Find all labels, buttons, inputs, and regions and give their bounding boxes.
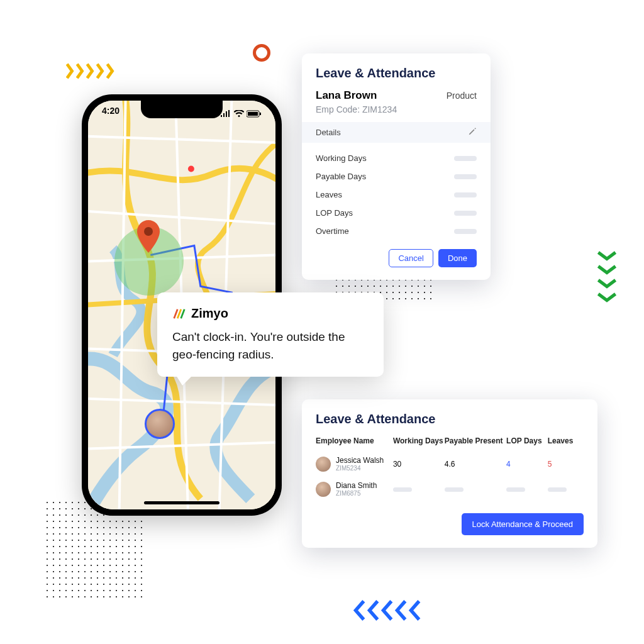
employee-code: Emp Code: ZIM1234	[316, 104, 477, 114]
deco-ring-icon	[253, 44, 270, 62]
deco-chevrons-yellow	[66, 63, 116, 79]
phone-notch	[141, 101, 223, 118]
done-button[interactable]: Done	[438, 249, 477, 267]
brand-name: Zimyo	[191, 306, 228, 321]
deco-chevrons-green	[596, 250, 618, 306]
col-working: Working Days	[393, 436, 445, 445]
leave-attendance-details-card: Leave & Attendance Lana Brown Product Em…	[302, 53, 491, 280]
value-placeholder	[506, 487, 525, 492]
svg-point-5	[144, 227, 153, 236]
table-row[interactable]: Jessica WalshZIM5234 30 4.6 4 5	[316, 452, 584, 477]
map-pin-icon	[136, 220, 161, 255]
wifi-icon	[234, 110, 244, 118]
value-placeholder	[445, 487, 464, 492]
attendance-table: Employee Name Working Days Payable Prese…	[316, 436, 584, 502]
value-placeholder	[548, 487, 567, 492]
employee-name: Lana Brown	[316, 89, 377, 102]
edit-icon[interactable]	[468, 127, 477, 138]
svg-rect-1	[248, 112, 258, 116]
col-payable: Payable Present	[445, 436, 506, 445]
detail-row: Leaves	[316, 186, 477, 204]
detail-row: Working Days	[316, 149, 477, 167]
value-placeholder	[454, 174, 477, 179]
value-placeholder	[454, 192, 477, 197]
value-placeholder	[454, 229, 477, 234]
card-title: Leave & Attendance	[316, 66, 477, 80]
svg-rect-2	[260, 113, 261, 115]
zimyo-logo-icon	[172, 307, 186, 321]
employee-department: Product	[447, 91, 477, 101]
detail-row: Payable Days	[316, 167, 477, 186]
avatar	[316, 482, 331, 497]
details-header: Details	[316, 128, 341, 137]
detail-row: LOP Days	[316, 204, 477, 222]
value-placeholder	[454, 156, 477, 161]
card-title: Leave & Attendance	[316, 412, 584, 426]
value-placeholder	[393, 487, 412, 492]
value-placeholder	[454, 211, 477, 216]
leave-attendance-table-card: Leave & Attendance Employee Name Working…	[302, 399, 597, 548]
detail-row: Overtime	[316, 222, 477, 240]
cancel-button[interactable]: Cancel	[389, 249, 433, 267]
col-employee: Employee Name	[316, 436, 393, 445]
col-lop: LOP Days	[506, 436, 548, 445]
col-leaves: Leaves	[548, 436, 584, 445]
home-indicator[interactable]	[144, 501, 219, 504]
user-location-avatar[interactable]	[145, 409, 175, 439]
deco-chevrons-blue	[352, 600, 421, 619]
geofence-alert-callout: Zimyo Can't clock-in. You're outside the…	[157, 292, 384, 377]
alert-message: Can't clock-in. You're outside the geo-f…	[172, 328, 369, 363]
svg-point-4	[188, 165, 194, 172]
lock-attendance-button[interactable]: Lock Attendance & Proceed	[462, 513, 584, 535]
status-time: 4:20	[102, 106, 119, 122]
avatar	[316, 457, 331, 472]
battery-icon	[247, 110, 262, 118]
table-row[interactable]: Diana SmithZIM6875	[316, 477, 584, 502]
